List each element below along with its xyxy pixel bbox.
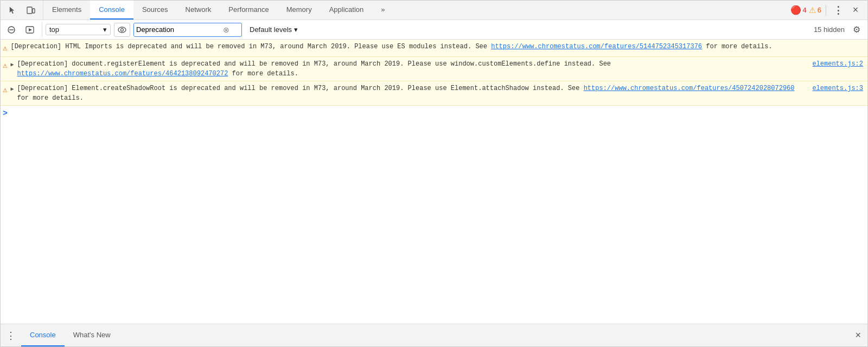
source-link-2[interactable]: elements.js:2 bbox=[812, 59, 863, 69]
svg-marker-5 bbox=[29, 28, 32, 31]
context-selector[interactable]: top ▾ bbox=[46, 24, 111, 35]
close-bottom-bar-icon[interactable]: × bbox=[848, 324, 867, 346]
tab-more[interactable]: » bbox=[372, 1, 393, 20]
tab-bar-right: 🔴 4 ⚠ 6 ⋮ × bbox=[786, 1, 867, 20]
expand-icon-3[interactable]: ▶ bbox=[10, 85, 14, 93]
console-row: ⚠ [Deprecation] HTML Imports is deprecat… bbox=[1, 40, 867, 57]
tab-network[interactable]: Network bbox=[177, 1, 220, 20]
warn-triangle-icon-1: ⚠ bbox=[3, 43, 7, 54]
bottom-more-icon[interactable]: ⋮ bbox=[1, 324, 21, 346]
clear-console-icon[interactable] bbox=[4, 22, 19, 37]
tab-memory[interactable]: Memory bbox=[278, 1, 321, 20]
error-circle-icon: 🔴 bbox=[790, 5, 801, 15]
main-tabs: Elements Console Sources Network Perform… bbox=[43, 1, 786, 20]
clear-filter-icon[interactable]: ⊗ bbox=[223, 25, 229, 34]
console-message-3: [Deprecation] Element.createShadowRoot i… bbox=[17, 83, 805, 103]
tab-sources[interactable]: Sources bbox=[133, 1, 177, 20]
svg-rect-1 bbox=[33, 9, 35, 13]
expand-icon-2[interactable]: ▶ bbox=[10, 61, 14, 69]
tab-application[interactable]: Application bbox=[321, 1, 373, 20]
warn-triangle-icon: ⚠ bbox=[809, 5, 816, 15]
toolbar-right: 15 hidden ⚙ bbox=[814, 22, 864, 37]
bottom-bar: ⋮ Console What's New × bbox=[1, 324, 867, 346]
tab-bar: Elements Console Sources Network Perform… bbox=[1, 1, 867, 20]
close-devtools-icon[interactable]: × bbox=[848, 3, 863, 18]
console-output[interactable]: ⚠ [Deprecation] HTML Imports is deprecat… bbox=[1, 40, 867, 324]
link-3[interactable]: https://www.chromestatus.com/features/45… bbox=[584, 85, 795, 92]
link-1[interactable]: https://www.chromestatus.com/features/51… bbox=[491, 43, 702, 50]
cursor-icon[interactable] bbox=[5, 3, 20, 18]
filter-input[interactable] bbox=[136, 25, 223, 34]
console-row: ⚠ ▶ [Deprecation] Element.createShadowRo… bbox=[1, 81, 867, 106]
tab-console[interactable]: Console bbox=[90, 1, 133, 20]
eye-icon[interactable] bbox=[114, 23, 130, 37]
separator bbox=[826, 5, 826, 16]
levels-chevron-icon: ▾ bbox=[294, 25, 298, 34]
console-row: ⚠ ▶ [Deprecation] document.registerEleme… bbox=[1, 57, 867, 81]
console-prompt-row[interactable]: > bbox=[1, 106, 867, 123]
svg-point-6 bbox=[118, 27, 126, 33]
svg-rect-0 bbox=[27, 7, 32, 14]
tab-elements[interactable]: Elements bbox=[43, 1, 90, 20]
source-link-3[interactable]: elements.js:3 bbox=[812, 83, 863, 93]
toolbar-left bbox=[4, 22, 42, 37]
bottom-tab-console[interactable]: Console bbox=[21, 324, 65, 346]
warn-triangle-icon-2: ⚠ bbox=[3, 60, 7, 72]
bottom-tab-whats-new[interactable]: What's New bbox=[65, 324, 119, 346]
svg-point-7 bbox=[121, 28, 124, 31]
tab-performance[interactable]: Performance bbox=[220, 1, 277, 20]
console-message-2: [Deprecation] document.registerElement i… bbox=[17, 59, 805, 79]
device-toolbar-icon[interactable] bbox=[23, 3, 39, 18]
prompt-input-area[interactable] bbox=[11, 108, 863, 118]
more-options-icon[interactable]: ⋮ bbox=[831, 3, 846, 18]
settings-icon[interactable]: ⚙ bbox=[849, 22, 864, 37]
bottom-tabs: Console What's New bbox=[21, 324, 119, 346]
prompt-chevron-icon: > bbox=[3, 108, 8, 120]
filter-input-wrap[interactable]: ⊗ bbox=[133, 23, 242, 37]
console-toolbar: top ▾ ⊗ Default levels ▾ 15 hidden ⚙ bbox=[1, 20, 867, 40]
console-message-1: [Deprecation] HTML Imports is deprecated… bbox=[10, 42, 863, 52]
tab-bar-left-icons bbox=[1, 1, 43, 20]
warn-triangle-icon-3: ⚠ bbox=[3, 85, 7, 96]
error-badge[interactable]: 🔴 4 bbox=[790, 5, 807, 15]
warn-badge[interactable]: ⚠ 6 bbox=[809, 5, 821, 15]
hidden-count: 15 hidden bbox=[814, 25, 845, 34]
play-icon[interactable] bbox=[22, 22, 37, 37]
chevron-down-icon: ▾ bbox=[103, 25, 107, 34]
link-2[interactable]: https://www.chromestatus.com/features/46… bbox=[17, 70, 228, 78]
levels-button[interactable]: Default levels ▾ bbox=[245, 24, 302, 35]
